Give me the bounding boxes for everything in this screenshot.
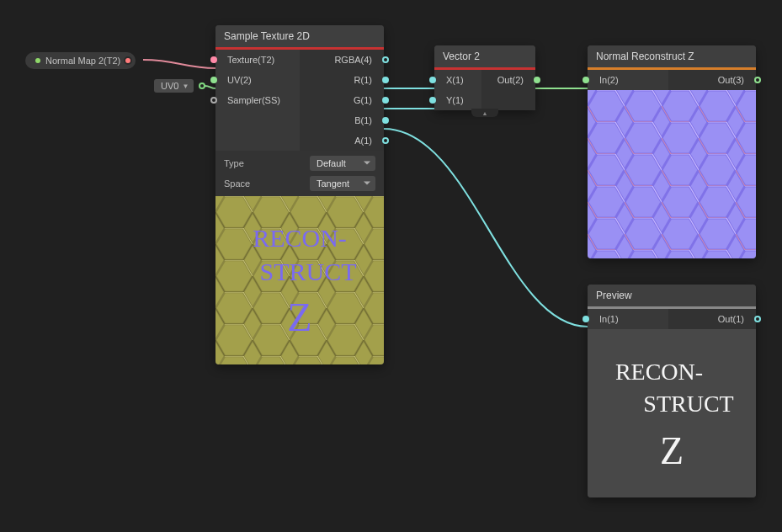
output-rgba[interactable]: RGBA(4) <box>300 50 384 70</box>
node-preview-image: RECON- STRUCT Z <box>215 196 384 364</box>
port-icon[interactable] <box>583 316 589 322</box>
node-title[interactable]: Normal Reconstruct Z <box>588 45 756 67</box>
output-out[interactable]: Out(1) <box>668 309 756 329</box>
port-icon[interactable] <box>382 56 389 63</box>
param-space-select[interactable]: Tangent <box>310 176 375 191</box>
port-icon[interactable] <box>382 117 389 124</box>
port-icon[interactable] <box>429 97 436 104</box>
port-label: G(1) <box>354 95 372 105</box>
node-preview-image: RECON- STRUCT Z <box>588 329 756 497</box>
port-icon[interactable] <box>583 77 589 83</box>
input-x[interactable]: X(1) <box>434 70 481 90</box>
node-vector2[interactable]: Vector 2 X(1) Y(1) Out(2) ▲ <box>434 45 535 110</box>
svg-text:RECON-: RECON- <box>253 224 347 252</box>
port-icon[interactable] <box>382 137 389 144</box>
input-sampler[interactable]: Sampler(SS) <box>215 90 300 110</box>
port-icon[interactable] <box>210 77 217 83</box>
property-output-port[interactable] <box>124 56 132 65</box>
output-r[interactable]: R(1) <box>300 70 384 90</box>
uv-channel-selector[interactable]: UV0 ▼ <box>154 79 194 93</box>
port-label: Texture(T2) <box>227 55 274 65</box>
param-type-select[interactable]: Default <box>310 156 375 171</box>
node-title[interactable]: Preview <box>588 285 756 306</box>
input-y[interactable]: Y(1) <box>434 90 481 110</box>
input-uv[interactable]: UV(2) <box>215 70 300 90</box>
param-type-label: Type <box>224 158 244 168</box>
port-label: In(2) <box>599 75 619 85</box>
svg-text:Z: Z <box>660 429 684 472</box>
svg-text:STRUCT: STRUCT <box>259 258 356 285</box>
port-icon[interactable] <box>382 77 389 83</box>
output-g[interactable]: G(1) <box>300 90 384 110</box>
port-label: Out(1) <box>718 314 744 324</box>
input-texture[interactable]: Texture(T2) <box>215 50 300 70</box>
port-label: A(1) <box>354 136 372 146</box>
port-icon[interactable] <box>754 77 761 83</box>
port-icon[interactable] <box>210 97 217 104</box>
port-icon[interactable] <box>210 56 217 63</box>
port-label: UV(2) <box>227 75 252 85</box>
port-label: R(1) <box>354 75 372 85</box>
port-icon[interactable] <box>429 77 436 83</box>
property-dot-icon <box>35 58 40 63</box>
dropdown-arrow-icon: ▼ <box>182 82 189 90</box>
node-normal-reconstruct-z[interactable]: Normal Reconstruct Z In(2) Out(3) <box>588 45 756 258</box>
output-a[interactable]: A(1) <box>300 130 384 151</box>
param-space-label: Space <box>224 178 250 189</box>
port-icon[interactable] <box>754 316 761 322</box>
uv-channel-label: UV0 <box>161 81 178 91</box>
port-label: Y(1) <box>446 95 464 105</box>
output-b[interactable]: B(1) <box>300 110 384 130</box>
svg-rect-6 <box>588 90 756 258</box>
port-icon[interactable] <box>382 97 389 104</box>
node-title[interactable]: Vector 2 <box>434 45 535 67</box>
node-sample-texture-2d[interactable]: Sample Texture 2D Texture(T2) UV(2) Samp… <box>215 25 384 364</box>
input-in[interactable]: In(1) <box>588 309 668 329</box>
port-label: RGBA(4) <box>334 55 372 65</box>
property-label: Normal Map 2(T2) <box>45 56 120 66</box>
collapse-toggle-icon[interactable]: ▲ <box>471 109 498 117</box>
port-icon[interactable] <box>534 77 540 83</box>
port-label: Sampler(SS) <box>227 95 280 105</box>
output-out[interactable]: Out(2) <box>481 70 535 90</box>
uv-output-port[interactable] <box>199 82 205 89</box>
node-preview-image <box>588 90 756 258</box>
node-title[interactable]: Sample Texture 2D <box>215 25 384 47</box>
node-preview[interactable]: Preview In(1) Out(1) RECON- STRUCT Z <box>588 285 756 497</box>
port-label: Out(3) <box>718 75 744 85</box>
input-in[interactable]: In(2) <box>588 70 668 90</box>
port-label: B(1) <box>354 115 372 125</box>
port-label: In(1) <box>599 314 619 324</box>
port-label: Out(2) <box>497 75 524 85</box>
port-label: X(1) <box>446 75 464 85</box>
output-out[interactable]: Out(3) <box>668 70 756 90</box>
svg-text:STRUCT: STRUCT <box>643 391 733 417</box>
svg-text:Z: Z <box>287 295 311 339</box>
svg-text:RECON-: RECON- <box>615 359 703 385</box>
property-normal-map[interactable]: Normal Map 2(T2) <box>25 52 136 69</box>
